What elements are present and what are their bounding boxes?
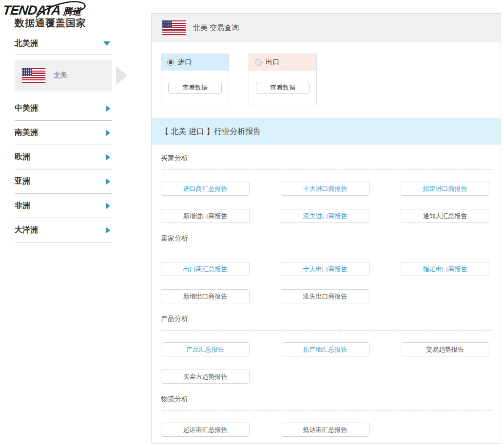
section-title: 产品分析 <box>161 314 492 323</box>
chevron-right-icon <box>106 106 110 112</box>
view-data-button[interactable]: 查看数据 <box>168 82 222 94</box>
logo-tagline: 数据通覆盖国家 <box>15 17 139 30</box>
report-sections: 买家分析进口商汇总报告十大进口商报告指定进口商报告新增进口商报告流失进口商报告通… <box>161 153 492 446</box>
chevron-down-icon <box>103 41 110 46</box>
dashed-divider <box>161 169 492 170</box>
report-button[interactable]: 买卖方趋势报告 <box>161 370 250 384</box>
report-button[interactable]: 原产地汇总报告 <box>281 342 369 356</box>
panel-header: 北美 交易查询 <box>152 14 501 42</box>
report-button[interactable]: 十大出口商报告 <box>281 262 369 276</box>
section-title: 卖家分析 <box>161 234 492 243</box>
trade-card-import: 进口查看数据 <box>161 54 229 105</box>
sidebar-group-item[interactable]: 非洲 <box>15 194 112 218</box>
report-button[interactable]: 通知人汇总报告 <box>401 209 489 223</box>
chevron-right-icon <box>106 203 110 209</box>
report-button[interactable]: 指定出口商报告 <box>401 262 489 276</box>
report-section-header: 【 北美 进口 】行业分析报告 <box>152 118 501 145</box>
us-flag-icon <box>22 68 45 83</box>
sidebar-group-label: 亚洲 <box>15 176 30 186</box>
sidebar-group-item[interactable]: 大洋洲 <box>15 218 112 242</box>
dashed-divider <box>161 330 492 331</box>
sidebar-group-label: 中美洲 <box>15 103 38 113</box>
report-button-grid: 出口商汇总报告十大出口商报告指定出口商报告新增出口商报告流失出口商报告 <box>161 262 492 303</box>
trade-card-label: 出口 <box>266 58 279 67</box>
radio-unselected-icon[interactable] <box>255 59 262 66</box>
sidebar-group-label: 大洋洲 <box>15 225 38 235</box>
report-button-grid: 产品汇总报告原产地汇总报告交易趋势报告买卖方趋势报告 <box>161 342 492 384</box>
report-button-grid: 进口商汇总报告十大进口商报告指定进口商报告新增进口商报告流失进口商报告通知人汇总… <box>161 182 492 223</box>
report-button[interactable]: 流失进口商报告 <box>281 209 369 223</box>
trade-direction-cards: 进口查看数据出口查看数据 <box>161 54 317 105</box>
report-button-grid: 起运港汇总报告抵达港汇总报告 <box>161 423 492 437</box>
report-section: 买家分析进口商汇总报告十大进口商报告指定进口商报告新增进口商报告流失进口商报告通… <box>161 153 492 223</box>
trade-card-body: 查看数据 <box>249 71 316 105</box>
report-section: 物流分析起运港汇总报告抵达港汇总报告 <box>161 394 492 437</box>
trade-query-panel: 北美 交易查询 进口查看数据出口查看数据 【 北美 进口 】行业分析报告 买家分… <box>151 13 501 444</box>
report-button[interactable]: 产品汇总报告 <box>161 342 250 356</box>
chevron-right-icon <box>106 130 110 136</box>
chevron-right-icon <box>106 179 110 185</box>
report-section: 产品分析产品汇总报告原产地汇总报告交易趋势报告买卖方趋势报告 <box>161 314 492 384</box>
continent-sidebar: 北美洲 北美 中美洲南美洲欧洲亚洲非洲大洋洲 <box>15 32 112 242</box>
report-button[interactable]: 交易趋势报告 <box>401 342 489 356</box>
sidebar-item-label: 北美 <box>54 71 67 80</box>
panel-title: 北美 交易查询 <box>193 23 239 33</box>
sidebar-group-item[interactable]: 欧洲 <box>15 145 112 169</box>
chevron-right-icon <box>106 154 110 160</box>
radio-selected-icon[interactable] <box>167 59 174 66</box>
sidebar-group-north-america[interactable]: 北美洲 <box>15 32 112 55</box>
trade-card-header: 进口 <box>161 54 229 71</box>
sidebar-group-item[interactable]: 中美洲 <box>15 96 112 121</box>
trade-card-body: 查看数据 <box>161 71 229 105</box>
report-button[interactable]: 流失出口商报告 <box>281 289 369 303</box>
trade-card-header: 出口 <box>249 54 316 71</box>
report-button[interactable]: 出口商汇总报告 <box>161 262 250 276</box>
sidebar-group-item[interactable]: 南美洲 <box>15 121 112 145</box>
selected-item-pointer-icon <box>116 66 128 85</box>
section-title: 买家分析 <box>161 153 492 163</box>
logo-brand-text: TENDATA <box>2 3 61 18</box>
sidebar-group-label: 北美洲 <box>15 38 38 49</box>
sidebar-group-label: 欧洲 <box>15 152 30 162</box>
chevron-right-icon <box>106 227 110 233</box>
sidebar-group-label: 非洲 <box>15 201 30 211</box>
report-button[interactable]: 新增出口商报告 <box>161 289 250 303</box>
dashed-divider <box>161 410 492 411</box>
report-button[interactable]: 十大进口商报告 <box>281 182 369 196</box>
report-section: 卖家分析出口商汇总报告十大出口商报告指定出口商报告新增出口商报告流失出口商报告 <box>161 234 492 303</box>
sidebar-group-list: 中美洲南美洲欧洲亚洲非洲大洋洲 <box>15 96 112 242</box>
report-button[interactable]: 起运港汇总报告 <box>161 423 250 437</box>
report-button[interactable]: 进口商汇总报告 <box>161 182 250 196</box>
section-title: 物流分析 <box>161 394 492 404</box>
view-data-button[interactable]: 查看数据 <box>256 82 310 94</box>
sidebar-group-label: 南美洲 <box>15 128 38 138</box>
logo-brand-cn-text: 腾道 <box>63 5 81 18</box>
report-button[interactable]: 指定进口商报告 <box>401 182 489 196</box>
tendata-logo: TENDATA 腾道 数据通覆盖国家 <box>3 3 139 30</box>
sidebar-item-north-america-us[interactable]: 北美 <box>15 60 112 91</box>
report-button[interactable]: 新增进口商报告 <box>161 209 250 223</box>
trade-card-export: 出口查看数据 <box>249 54 317 105</box>
trade-card-label: 进口 <box>178 58 192 67</box>
dashed-divider <box>161 250 492 250</box>
report-button[interactable]: 抵达港汇总报告 <box>281 423 369 437</box>
us-flag-icon <box>162 20 186 35</box>
sidebar-group-item[interactable]: 亚洲 <box>15 169 112 194</box>
